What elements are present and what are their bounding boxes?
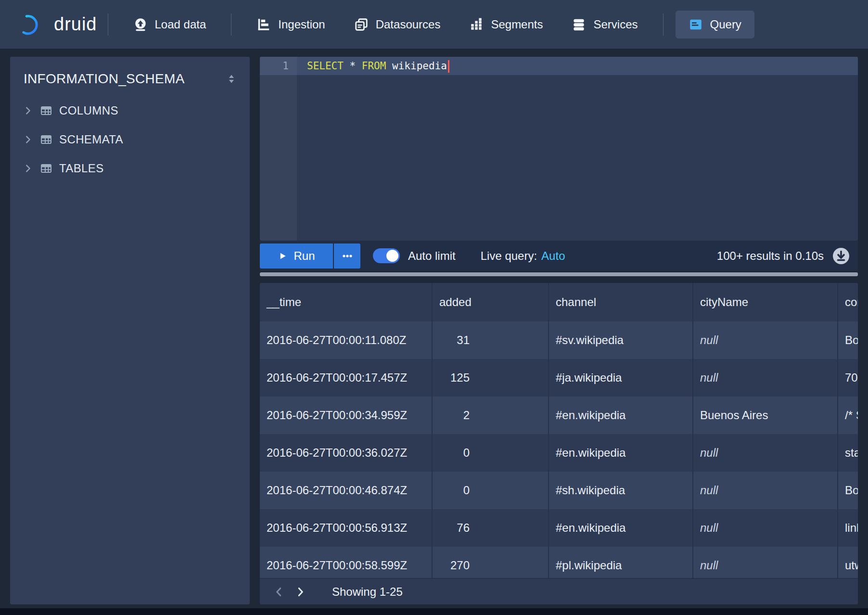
- cell-time: 2016-06-27T00:00:46.874Z: [260, 472, 432, 509]
- table-row[interactable]: 2016-06-27T00:00:46.874Z 0 #sh.wikipedia…: [260, 472, 858, 509]
- table-row[interactable]: 2016-06-27T00:00:58.599Z 270 #pl.wikiped…: [260, 547, 858, 578]
- download-results-button[interactable]: [832, 247, 850, 265]
- nav-item-services[interactable]: Services: [559, 11, 651, 38]
- cell-comment: Bot: [837, 321, 858, 359]
- run-more-button[interactable]: [334, 243, 360, 269]
- druid-console: druid Load data Ingestion: [0, 0, 868, 615]
- previous-page-button[interactable]: [268, 581, 290, 602]
- cell-comment: link: [837, 509, 858, 547]
- bottom-strip: [0, 608, 868, 615]
- run-button-label: Run: [294, 249, 315, 263]
- column-header-added[interactable]: added: [432, 283, 548, 321]
- schema-selector[interactable]: INFORMATION_SCHEMA: [10, 57, 250, 96]
- schema-title: INFORMATION_SCHEMA: [24, 71, 185, 87]
- sql-star: *: [350, 60, 356, 72]
- sidebar-item-schemata[interactable]: SCHEMATA: [10, 125, 250, 154]
- nav-label: Ingestion: [278, 18, 325, 31]
- auto-limit-label: Auto limit: [408, 249, 456, 263]
- navbar-divider: [108, 13, 108, 36]
- cell-channel: #sh.wikipedia: [548, 472, 692, 509]
- cell-added: 0: [432, 472, 548, 509]
- results-header-row: __time added channel cityName comment: [260, 283, 858, 321]
- druid-logo-icon: [18, 11, 46, 38]
- services-icon: [572, 17, 586, 32]
- table-icon: [40, 133, 52, 146]
- sql-editor[interactable]: 1 SELECT * FROM wikipedia: [260, 57, 858, 241]
- cell-comment: /* S: [837, 397, 858, 434]
- nav-item-segments[interactable]: Segments: [456, 11, 556, 38]
- tree-item-label: COLUMNS: [59, 104, 118, 117]
- auto-limit-toggle[interactable]: [373, 248, 400, 263]
- column-header-channel[interactable]: channel: [548, 283, 692, 321]
- live-query-label: Live query:: [481, 249, 537, 262]
- table-row[interactable]: 2016-06-27T00:00:56.913Z 76 #en.wikipedi…: [260, 509, 858, 547]
- cell-channel: #ja.wikipedia: [548, 359, 692, 397]
- cell-cityname: null: [692, 434, 837, 472]
- table-row[interactable]: 2016-06-27T00:00:11.080Z 31 #sv.wikipedi…: [260, 321, 858, 359]
- schema-tree: COLUMNS SCHEMATA: [10, 96, 250, 183]
- column-header-comment[interactable]: comment: [837, 283, 858, 321]
- cell-cityname: null: [692, 359, 837, 397]
- results-info: 100+ results in 0.10s: [717, 249, 824, 263]
- druid-logo[interactable]: druid: [18, 11, 97, 38]
- next-page-button[interactable]: [290, 581, 311, 602]
- nav-item-query[interactable]: Query: [676, 11, 754, 38]
- cell-cityname: null: [692, 547, 837, 578]
- cell-added: 2: [432, 397, 548, 434]
- nav-item-datasources[interactable]: Datasources: [341, 11, 454, 38]
- column-header-time[interactable]: __time: [260, 283, 432, 321]
- results-pagination: Showing 1-25: [260, 578, 858, 604]
- nav-label: Segments: [491, 18, 543, 31]
- cell-time: 2016-06-27T00:00:36.027Z: [260, 434, 432, 472]
- nav-label: Query: [710, 18, 741, 31]
- run-button[interactable]: Run: [260, 243, 333, 269]
- sidebar-item-columns[interactable]: COLUMNS: [10, 96, 250, 125]
- live-query-mode-link[interactable]: Auto: [541, 249, 565, 262]
- cell-cityname: null: [692, 509, 837, 547]
- cell-time: 2016-06-27T00:00:58.599Z: [260, 547, 432, 578]
- query-icon: [689, 17, 703, 32]
- chevron-left-icon: [273, 586, 285, 598]
- cell-channel: #pl.wikipedia: [548, 547, 692, 578]
- nav-item-load-data[interactable]: Load data: [120, 11, 219, 38]
- brand-name: druid: [54, 14, 97, 35]
- cell-time: 2016-06-27T00:00:34.959Z: [260, 397, 432, 434]
- cell-added: 125: [432, 359, 548, 397]
- cell-cityname: Buenos Aires: [692, 397, 837, 434]
- cell-added: 76: [432, 509, 548, 547]
- results-panel: __time added channel cityName comment 20…: [260, 283, 858, 604]
- sidebar-item-tables[interactable]: TABLES: [10, 154, 250, 183]
- nav-item-ingestion[interactable]: Ingestion: [243, 11, 338, 38]
- chevron-right-icon[interactable]: [23, 105, 33, 116]
- cell-comment: 70:: [837, 359, 858, 397]
- sql-query-text[interactable]: SELECT * FROM wikipedia: [297, 57, 858, 75]
- tree-item-label: SCHEMATA: [59, 133, 123, 146]
- upload-icon: [133, 17, 148, 32]
- panel-resize-handle[interactable]: [260, 272, 858, 276]
- sql-table-name: wikipedia: [392, 60, 447, 72]
- table-row[interactable]: 2016-06-27T00:00:36.027Z 0 #en.wikipedia…: [260, 434, 858, 472]
- cell-comment: sta: [837, 434, 858, 472]
- editor-gutter: 1: [260, 57, 297, 241]
- table-icon: [40, 162, 52, 175]
- text-cursor: [448, 60, 449, 73]
- cell-comment: utw: [837, 547, 858, 578]
- schema-sidebar: INFORMATION_SCHEMA COLUMNS: [10, 57, 250, 604]
- ellipsis-icon: [341, 250, 354, 262]
- cell-added: 31: [432, 321, 548, 359]
- double-caret-vertical-icon[interactable]: [226, 73, 237, 85]
- live-query: Live query:Auto: [481, 249, 565, 263]
- chevron-right-icon[interactable]: [23, 134, 33, 145]
- line-number: 1: [260, 57, 297, 75]
- table-row[interactable]: 2016-06-27T00:00:17.457Z 125 #ja.wikiped…: [260, 359, 858, 397]
- toggle-knob: [386, 250, 398, 262]
- tree-item-label: TABLES: [59, 162, 104, 175]
- cell-comment: Bot: [837, 472, 858, 509]
- column-header-cityname[interactable]: cityName: [692, 283, 837, 321]
- chevron-right-icon[interactable]: [23, 163, 33, 174]
- query-workbench: 1 SELECT * FROM wikipedia Run: [260, 57, 858, 604]
- showing-label: Showing 1-25: [332, 585, 403, 599]
- table-row[interactable]: 2016-06-27T00:00:34.959Z 2 #en.wikipedia…: [260, 397, 858, 434]
- ingestion-icon: [256, 17, 271, 32]
- results-body: 2016-06-27T00:00:11.080Z 31 #sv.wikipedi…: [260, 321, 858, 578]
